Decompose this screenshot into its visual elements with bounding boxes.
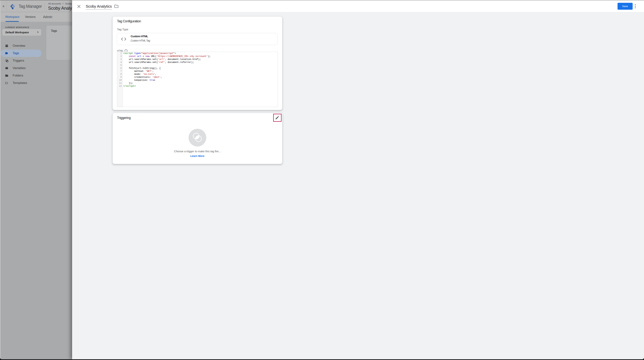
svg-text:?: ? xyxy=(126,50,126,52)
